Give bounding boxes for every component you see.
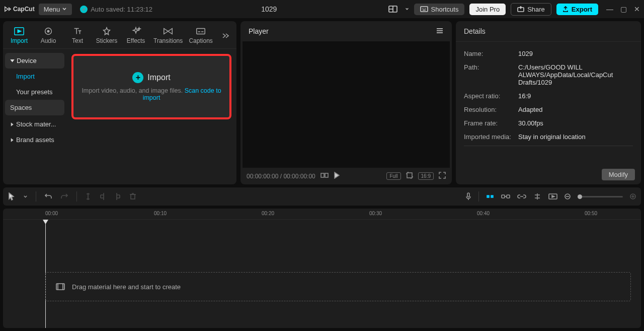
delete-icon[interactable]	[129, 193, 136, 200]
close-button[interactable]: ✕	[634, 5, 640, 13]
check-icon	[80, 6, 88, 13]
pointer-tool-icon[interactable]	[8, 192, 15, 201]
detail-row-path: Path:C:/Users/GOOD WILL ALWAYS/AppData/L…	[464, 60, 633, 89]
svg-rect-10	[131, 194, 135, 199]
maximize-button[interactable]: ▢	[620, 5, 627, 13]
chevron-down-icon[interactable]	[405, 7, 409, 11]
sidebar-item-brand[interactable]: Brand assets	[5, 132, 64, 148]
share-icon	[517, 6, 524, 12]
zoom-out-icon[interactable]	[565, 193, 571, 200]
minimize-button[interactable]: —	[606, 5, 613, 13]
play-button[interactable]	[334, 172, 340, 180]
stickers-icon	[101, 26, 112, 36]
align-icon[interactable]	[533, 193, 541, 200]
player-controls: 00:00:00:00 / 00:00:00:00 Full 16:9	[240, 168, 452, 184]
detail-row-resolution: Resolution:Adapted	[464, 103, 633, 116]
undo-button[interactable]	[44, 193, 52, 200]
import-icon	[14, 26, 25, 36]
player-canvas[interactable]	[243, 41, 450, 168]
sidebar-item-stock[interactable]: Stock mater...	[5, 116, 64, 132]
full-button[interactable]: Full	[386, 172, 400, 180]
chevron-down-icon	[62, 7, 67, 12]
clip-icon	[56, 283, 65, 290]
export-button[interactable]: Export	[556, 4, 598, 15]
svg-point-5	[47, 30, 49, 32]
magnet-icon[interactable]	[486, 193, 494, 200]
text-icon	[72, 26, 83, 36]
redo-button[interactable]	[60, 193, 68, 200]
effects-icon	[130, 26, 141, 36]
tab-captions[interactable]: Captions	[187, 24, 214, 48]
audio-icon	[43, 26, 54, 36]
media-tab-bar: Import Audio Text Stickers Effects Trans…	[3, 21, 236, 49]
mic-icon[interactable]	[465, 192, 471, 201]
time-mark: 00:40	[477, 211, 490, 216]
ratio-button[interactable]: 16:9	[418, 172, 434, 180]
zoom-in-icon[interactable]	[630, 193, 636, 200]
preview-icon[interactable]	[548, 193, 557, 200]
split-icon[interactable]	[85, 192, 91, 201]
trim-left-icon[interactable]	[99, 192, 106, 201]
detail-row-fps: Frame rate:30.00fps	[464, 116, 633, 130]
menu-button[interactable]: Menu	[39, 4, 72, 15]
fullscreen-icon[interactable]	[439, 172, 446, 180]
project-title: 1029	[156, 5, 381, 13]
time-ruler[interactable]: 00:00 00:10 00:20 00:30 00:40 00:50	[3, 209, 641, 220]
player-title: Player	[249, 27, 269, 35]
plus-icon: +	[132, 72, 143, 83]
zoom-slider[interactable]	[578, 196, 623, 197]
import-drop-zone[interactable]: + Import Import video, audio, and image …	[71, 54, 231, 119]
tab-audio[interactable]: Audio	[35, 24, 61, 48]
time-mark: 00:50	[585, 211, 597, 216]
media-sidebar: Device Import Your presets Spaces Stock …	[3, 49, 66, 184]
link-icon[interactable]	[517, 194, 526, 199]
svg-rect-12	[487, 195, 489, 197]
svg-rect-13	[491, 195, 493, 197]
pointer-chevron-icon[interactable]	[23, 194, 28, 199]
sidebar-item-presets[interactable]: Your presets	[5, 84, 64, 100]
tab-import[interactable]: Import	[6, 24, 32, 48]
keyboard-icon	[420, 6, 428, 12]
tab-text[interactable]: Text	[64, 24, 91, 48]
chevron-down-icon	[10, 58, 15, 63]
timeline-drop-hint[interactable]: Drag material here and start to create	[45, 272, 631, 301]
chevron-right-icon	[10, 122, 14, 126]
export-icon	[562, 6, 569, 12]
menu-label: Menu	[44, 6, 60, 13]
chevron-right-double-icon	[221, 33, 229, 39]
trim-right-icon[interactable]	[114, 192, 121, 201]
autosave-status: Auto saved: 11:23:12	[80, 6, 152, 13]
more-tabs-button[interactable]	[217, 28, 233, 45]
top-bar: CapCut Menu Auto saved: 11:23:12 1029 Sh…	[0, 0, 644, 18]
player-panel: Player 00:00:00:00 / 00:00:00:00 Full 16…	[240, 21, 452, 184]
crop-icon[interactable]	[406, 172, 413, 180]
time-mark: 00:00	[45, 211, 58, 216]
share-label: Share	[527, 6, 545, 13]
share-button[interactable]: Share	[511, 3, 551, 16]
import-subtitle: Import video, audio, and image files. Sc…	[79, 87, 223, 101]
shortcuts-button[interactable]: Shortcuts	[414, 4, 465, 15]
modify-button[interactable]: Modify	[602, 169, 635, 180]
tab-effects[interactable]: Effects	[123, 24, 149, 48]
sidebar-item-import[interactable]: Import	[5, 69, 64, 84]
tab-transitions[interactable]: Transitions	[152, 24, 184, 48]
time-mark: 00:30	[369, 211, 382, 216]
join-pro-button[interactable]: Join Pro	[469, 4, 506, 15]
link-audio-icon[interactable]	[501, 193, 510, 200]
layout-icon[interactable]	[386, 3, 400, 15]
svg-rect-9	[407, 173, 412, 178]
window-controls: — ▢ ✕	[606, 5, 640, 13]
tab-stickers[interactable]: Stickers	[94, 24, 120, 48]
media-panel: Import Audio Text Stickers Effects Trans…	[3, 21, 236, 184]
timeline-tracks[interactable]: Drag material here and start to create	[3, 220, 641, 328]
sidebar-item-device[interactable]: Device	[5, 53, 64, 69]
autosave-text: Auto saved: 11:23:12	[91, 6, 152, 13]
chevron-right-icon	[10, 138, 14, 142]
compare-icon[interactable]	[320, 172, 329, 180]
player-menu-icon[interactable]	[436, 27, 444, 35]
sidebar-item-spaces[interactable]: Spaces	[5, 100, 64, 115]
app-name: CapCut	[13, 6, 35, 13]
svg-rect-11	[467, 193, 469, 197]
detail-row-media: Imported media:Stay in original location	[464, 130, 633, 144]
timeline-panel: 00:00 00:10 00:20 00:30 00:40 00:50 Drag…	[3, 209, 641, 328]
